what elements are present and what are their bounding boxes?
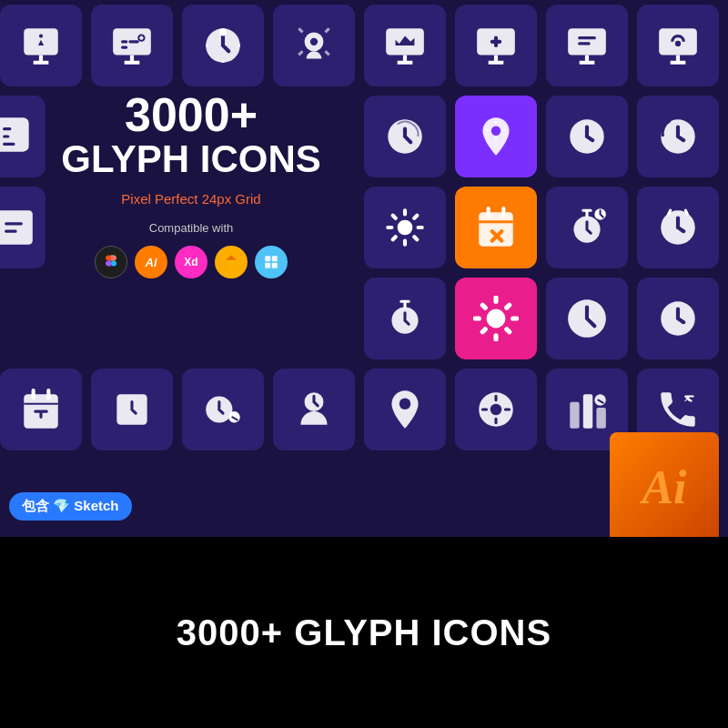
icon-cell: [455, 369, 537, 450]
icon-cell: [546, 187, 628, 268]
compat-icons-row: Ai Xd: [55, 246, 328, 278]
icon-cell: [364, 369, 446, 450]
icon-cell: [182, 369, 264, 450]
other-icon: [255, 246, 288, 278]
svg-rect-35: [596, 408, 605, 429]
icon-cell: [91, 5, 173, 86]
svg-point-14: [491, 126, 500, 136]
icon-cell: [0, 5, 82, 86]
icon-cell: [364, 96, 446, 177]
icon-cell: [364, 278, 446, 359]
icon-cell: [364, 187, 446, 268]
top-section: ✕ 3000+ GLYPH ICONS Pixel Perfect 24px G…: [0, 0, 728, 537]
ai-logo-large: Ai: [610, 432, 719, 537]
svg-rect-10: [568, 28, 606, 55]
compatible-label: Compatible with: [55, 221, 328, 235]
svg-point-23: [487, 309, 506, 329]
svg-rect-43: [272, 263, 278, 268]
icon-cell-partial: [0, 96, 46, 177]
svg-point-28: [228, 411, 240, 423]
main-count: 3000+: [55, 91, 328, 138]
svg-rect-41: [272, 256, 278, 261]
svg-point-12: [675, 41, 681, 46]
svg-point-1: [39, 35, 43, 38]
svg-rect-13: [0, 117, 29, 152]
icon-cell: [637, 96, 719, 177]
icon-cell: [273, 369, 355, 450]
icon-cell: [91, 369, 173, 450]
xd-icon: Xd: [175, 246, 207, 278]
sketch-badge: 包含 💎 Sketch: [9, 492, 132, 521]
icon-cell-highlight: [455, 96, 537, 177]
icon-cell-highlight-orange: [455, 187, 537, 268]
icon-cell: [182, 5, 264, 86]
svg-rect-18: [479, 212, 513, 247]
main-title: GLYPH ICONS: [55, 138, 328, 180]
icon-cell: [637, 5, 719, 86]
svg-rect-34: [583, 394, 592, 429]
svg-rect-33: [570, 402, 579, 429]
svg-point-32: [490, 404, 502, 416]
icon-cell: [637, 278, 719, 359]
center-text-block: 3000+ GLYPH ICONS Pixel Perfect 24px Gri…: [55, 91, 328, 278]
icon-cell-partial: [0, 187, 46, 268]
ai-logo-text: Ai: [642, 460, 686, 514]
subtitle-text: Pixel Perfect 24px Grid: [55, 191, 328, 207]
svg-point-5: [219, 28, 227, 35]
svg-point-39: [111, 261, 116, 267]
bottom-section: 3000+ GLYPH ICONS: [0, 537, 728, 728]
icon-cell: [364, 5, 446, 86]
sketch-icon: [215, 246, 248, 278]
svg-point-17: [398, 220, 413, 236]
svg-rect-40: [265, 256, 270, 261]
icon-cell: [546, 278, 628, 359]
svg-rect-42: [265, 263, 270, 268]
svg-point-7: [310, 38, 318, 46]
icon-cell: [546, 96, 628, 177]
ai-icon-small: Ai: [135, 246, 167, 278]
icon-cell: [455, 5, 537, 86]
icon-cell: [546, 5, 628, 86]
icon-cell-highlight-pink: [455, 278, 537, 359]
icon-cell: [273, 5, 355, 86]
badge-text: 包含 💎 Sketch: [22, 498, 119, 515]
figma-icon: [95, 246, 127, 278]
svg-point-36: [594, 394, 606, 406]
svg-text:✕: ✕: [683, 394, 691, 404]
icon-cell: [0, 369, 82, 450]
bottom-title: 3000+ GLYPH ICONS: [177, 612, 551, 653]
svg-point-30: [399, 399, 411, 410]
icon-cell: [637, 187, 719, 268]
